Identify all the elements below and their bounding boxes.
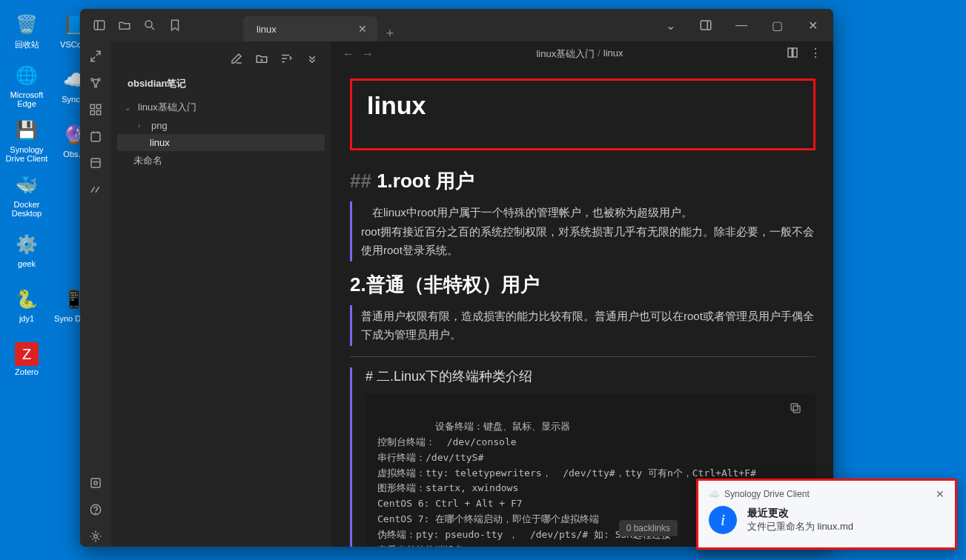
chevron-right-icon: › (138, 121, 147, 130)
svg-point-21 (96, 513, 96, 513)
svg-rect-10 (97, 104, 101, 108)
file-sidebar: obsidian笔记 ⌄linux基础入门 ›png linux 未命名 (111, 9, 331, 547)
breadcrumb[interactable]: linux基础入门 / linux (381, 47, 778, 61)
tab-title: linux (257, 24, 277, 35)
titlebar: linux ✕ + ⌄ — ▢ ✕ (80, 9, 833, 41)
daily-note-icon[interactable] (85, 126, 106, 147)
new-tab-button[interactable]: + (377, 26, 403, 41)
svg-point-8 (95, 85, 97, 87)
notification-message: 文件已重命名为 linux.md (747, 520, 853, 533)
svg-rect-12 (97, 111, 101, 115)
backlinks-counter[interactable]: 0 backlinks (619, 520, 678, 536)
svg-line-3 (151, 27, 154, 30)
svg-point-6 (91, 79, 93, 81)
svg-rect-4 (701, 21, 711, 30)
tab-close-icon[interactable]: ✕ (358, 23, 367, 35)
heading-2[interactable]: ## 1.root 用户 (350, 168, 816, 194)
svg-rect-11 (90, 111, 94, 115)
notification-close-icon[interactable]: ✕ (936, 488, 945, 500)
canvas-icon[interactable] (85, 99, 106, 120)
info-icon: i (709, 506, 737, 534)
nav-forward-icon[interactable]: → (362, 47, 374, 61)
svg-point-22 (94, 535, 98, 539)
tree-folder[interactable]: ›png (117, 117, 325, 134)
tabstrip: linux ✕ + (184, 9, 654, 41)
templates-icon[interactable] (85, 153, 106, 173)
document-title[interactable]: linux (367, 91, 798, 120)
help-icon[interactable] (85, 499, 106, 520)
quick-switcher-icon[interactable] (85, 46, 106, 67)
chevron-down-icon: ⌄ (125, 104, 133, 112)
vault-name: obsidian笔记 (111, 73, 331, 95)
svg-rect-16 (91, 159, 100, 167)
svg-point-2 (145, 21, 152, 27)
svg-rect-13 (91, 133, 100, 141)
tree-folder[interactable]: ⌄linux基础入门 (117, 98, 325, 117)
command-palette-icon[interactable] (85, 179, 106, 200)
nav-back-icon[interactable]: ← (343, 47, 354, 61)
copy-icon[interactable] (789, 401, 808, 421)
notif-app-icon: ☁️ (709, 489, 720, 499)
editor-header: ← → linux基础入门 / linux ⋮ (331, 41, 833, 67)
sidebar-left-toggle-icon[interactable] (90, 16, 108, 34)
sidebar-right-toggle-icon[interactable] (689, 14, 722, 36)
new-note-icon[interactable] (230, 52, 245, 67)
notification-toast[interactable]: ☁️Synology Drive Client ✕ i 最近更改 文件已重命名为… (696, 479, 957, 550)
graph-view-icon[interactable] (85, 73, 106, 93)
notif-app-name: Synology Drive Client (724, 489, 810, 499)
window-close-button[interactable]: ✕ (796, 14, 829, 36)
svg-rect-26 (791, 404, 798, 410)
divider (350, 356, 816, 357)
blockquote[interactable]: 在linux中root用户属于一个特殊的管理帐户，也被称为超级用户。 root拥… (350, 201, 816, 261)
notification-title: 最近更改 (747, 507, 853, 520)
new-folder-icon[interactable] (255, 52, 270, 67)
blockquote[interactable]: 普通用户权限有限，造成损害的能力比较有限。普通用户也可以在root或者管理员用户… (350, 305, 816, 346)
svg-rect-0 (94, 21, 105, 30)
search-icon[interactable] (141, 16, 159, 34)
editor-pane: ← → linux基础入门 / linux ⋮ linux ## 1.root … (331, 9, 833, 547)
tab-dropdown-icon[interactable]: ⌄ (654, 14, 687, 36)
sort-icon[interactable] (280, 52, 295, 67)
reading-mode-icon[interactable] (786, 46, 799, 62)
desktop-icon[interactable]: ZZotero (3, 333, 50, 385)
svg-point-19 (94, 481, 98, 485)
svg-point-7 (98, 79, 100, 81)
desktop-icon[interactable]: 🌐Microsoft Edge (3, 59, 50, 111)
window-maximize-button[interactable]: ▢ (761, 14, 793, 36)
tab-active[interactable]: linux ✕ (243, 16, 377, 41)
obsidian-window: linux ✕ + ⌄ — ▢ ✕ obsidian笔 (80, 9, 833, 547)
desktop-icon[interactable]: 🐍jdy1 (3, 279, 50, 330)
document-title-highlight: linux (350, 79, 816, 150)
desktop-icon[interactable]: ⚙️geek (3, 224, 50, 276)
desktop-icon[interactable]: 🐳Docker Desktop (3, 169, 50, 221)
collapse-icon[interactable] (305, 52, 320, 67)
svg-rect-18 (91, 479, 100, 487)
desktop-icon[interactable]: 🗑️回收站 (3, 4, 50, 56)
file-tree: ⌄linux基础入门 ›png linux 未命名 (111, 95, 331, 173)
bookmark-icon[interactable] (166, 16, 184, 34)
tree-file[interactable]: 未命名 (117, 151, 325, 170)
more-options-icon[interactable]: ⋮ (810, 46, 821, 62)
tree-file-active[interactable]: linux (117, 134, 325, 151)
desktop-icon[interactable]: 💾Synology Drive Client (3, 114, 50, 166)
svg-rect-9 (90, 104, 94, 108)
heading-2[interactable]: 2.普通（非特权）用户 (350, 272, 816, 298)
activity-bar (80, 9, 111, 547)
file-explorer-icon[interactable] (116, 16, 133, 34)
vault-icon[interactable] (85, 473, 106, 493)
svg-rect-25 (793, 406, 800, 413)
document-content[interactable]: linux ## 1.root 用户 在linux中root用户属于一个特殊的管… (331, 67, 833, 547)
nested-heading[interactable]: # 二.Linux下的终端种类介绍 (365, 367, 816, 385)
settings-icon[interactable] (85, 526, 106, 547)
window-minimize-button[interactable]: — (725, 14, 758, 36)
